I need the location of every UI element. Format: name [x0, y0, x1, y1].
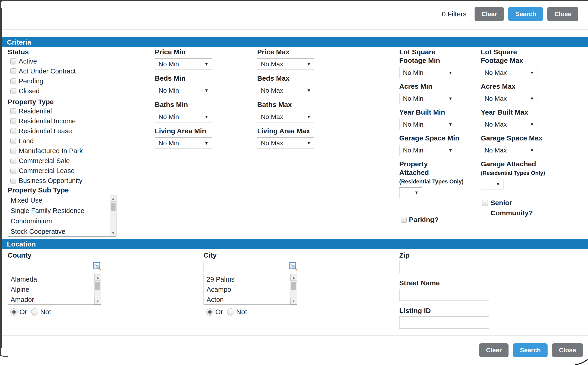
property-type-commercial-lease[interactable]: Commercial Lease [8, 166, 142, 176]
commercial-sale-checkbox[interactable] [10, 158, 16, 164]
street-name-input[interactable] [399, 289, 489, 301]
scroll-down-icon[interactable]: ▼ [94, 298, 101, 304]
closed-checkbox[interactable] [10, 88, 16, 94]
county-not-radio[interactable] [31, 309, 38, 316]
scroll-up-icon[interactable]: ▲ [290, 274, 297, 281]
living-area-max-select[interactable]: No Max ▼ [257, 137, 314, 149]
land-checkbox[interactable] [10, 138, 16, 144]
baths-min-select[interactable]: No Min ▼ [155, 111, 212, 122]
property-sub-type-listbox[interactable]: Mixed Use Single Family Residence Condom… [8, 195, 116, 237]
property-attached-label: Property Attached [399, 160, 445, 177]
list-item[interactable]: 29 Palms [204, 274, 297, 284]
property-type-manufactured-in-park[interactable]: Manufactured In Park [8, 146, 142, 156]
scrollbar[interactable]: ▲ ▼ [290, 274, 297, 304]
active-checkbox[interactable] [10, 58, 16, 64]
parking-checkbox[interactable] [401, 217, 407, 223]
scroll-thumb[interactable] [291, 282, 296, 290]
status-option-pending[interactable]: Pending [8, 76, 142, 86]
garage-space-max-select[interactable]: No Max ▼ [481, 145, 537, 156]
residential-income-checkbox[interactable] [10, 118, 16, 124]
scroll-thumb[interactable] [95, 282, 100, 290]
status-option-act-under-contract[interactable]: Act Under Contract [8, 66, 142, 76]
list-item[interactable]: Stock Cooperative [8, 226, 116, 237]
city-input[interactable] [203, 261, 288, 273]
beds-min-select[interactable]: No Min ▼ [155, 85, 212, 96]
status-option-closed[interactable]: Closed [8, 86, 142, 96]
price-max-select[interactable]: No Max ▼ [257, 58, 314, 70]
lookup-icon[interactable] [93, 262, 102, 271]
scroll-up-icon[interactable]: ▲ [110, 195, 116, 202]
pending-checkbox[interactable] [10, 78, 16, 84]
scrollbar[interactable]: ▲ ▼ [110, 195, 116, 236]
senior-community-checkbox[interactable] [482, 200, 488, 206]
price-min-select[interactable]: No Min ▼ [155, 58, 212, 70]
property-attached-select[interactable]: ▼ [399, 187, 422, 198]
list-item[interactable]: Alpine [8, 284, 101, 295]
zip-input[interactable] [399, 261, 489, 273]
commercial-lease-checkbox[interactable] [10, 168, 16, 174]
city-or-not-radios: Or Not [203, 308, 308, 316]
garage-attached-select[interactable]: ▼ [481, 179, 504, 190]
property-type-residential-lease[interactable]: Residential Lease [8, 126, 142, 136]
acres-max-select[interactable]: No Max ▼ [481, 93, 537, 104]
search-button-bottom[interactable]: Search [513, 343, 547, 357]
scrollbar[interactable]: ▲ ▼ [94, 274, 101, 304]
baths-min-label: Baths Min [155, 100, 215, 109]
scroll-down-icon[interactable]: ▼ [110, 230, 116, 236]
caret-down-icon: ▼ [448, 122, 453, 127]
list-item[interactable]: Mixed Use [8, 195, 116, 206]
property-type-land[interactable]: Land [8, 136, 142, 146]
search-filter-modal: 0 Filters Clear Search Close Criteria St… [0, 0, 588, 365]
scroll-down-icon[interactable]: ▼ [290, 298, 297, 304]
city-not-radio[interactable] [227, 309, 234, 316]
top-action-bar: 0 Filters Clear Search Close [442, 7, 578, 21]
garage-space-min-select[interactable]: No Min ▼ [399, 145, 456, 156]
county-listbox[interactable]: Alameda Alpine Amador ▲ ▼ [8, 274, 101, 305]
property-type-commercial-sale[interactable]: Commercial Sale [8, 156, 142, 166]
caret-down-icon: ▼ [414, 190, 419, 195]
city-or-radio[interactable] [206, 309, 213, 316]
list-item[interactable]: Amador [8, 295, 101, 305]
list-item[interactable]: Acampo [204, 284, 297, 295]
beds-max-select[interactable]: No Max ▼ [257, 85, 314, 96]
business-opportunity-checkbox[interactable] [10, 178, 16, 184]
parking-option[interactable]: Parking? [399, 215, 478, 225]
baths-max-label: Baths Max [257, 100, 317, 109]
caret-down-icon: ▼ [307, 141, 311, 146]
search-button-top[interactable]: Search [508, 7, 543, 21]
scroll-up-icon[interactable]: ▲ [94, 274, 101, 281]
list-item[interactable]: Acton [204, 295, 297, 305]
status-option-active[interactable]: Active [8, 56, 142, 66]
caret-down-icon: ▼ [204, 114, 209, 119]
acres-min-select[interactable]: No Min ▼ [399, 93, 456, 104]
city-group: City 29 Palms Acampo Acton ▲ ▼ Or Not [203, 251, 308, 316]
close-button-bottom[interactable]: Close [552, 343, 583, 357]
living-area-min-select[interactable]: No Min ▼ [155, 137, 212, 149]
senior-community-option[interactable]: Senior Community? [481, 198, 560, 218]
lot-square-footage-max-select[interactable]: No Max ▼ [481, 67, 537, 78]
list-item[interactable]: Single Family Residence [8, 206, 116, 216]
year-built-max-select[interactable]: No Max ▼ [481, 119, 537, 130]
scroll-thumb[interactable] [111, 203, 116, 211]
act-under-contract-checkbox[interactable] [10, 68, 16, 74]
baths-max-select[interactable]: No Max ▼ [257, 111, 314, 122]
year-built-min-select[interactable]: No Min ▼ [399, 119, 456, 130]
listing-id-label: Listing ID [399, 306, 492, 315]
residential-checkbox[interactable] [10, 108, 16, 114]
property-type-residential[interactable]: Residential [8, 106, 142, 116]
listing-id-input[interactable] [399, 316, 489, 329]
manufactured-in-park-checkbox[interactable] [10, 148, 16, 154]
list-item[interactable]: Alameda [8, 274, 101, 284]
close-button-top[interactable]: Close [547, 7, 578, 21]
lookup-icon[interactable] [289, 262, 298, 271]
lot-square-footage-min-select[interactable]: No Min ▼ [399, 67, 456, 78]
city-listbox[interactable]: 29 Palms Acampo Acton ▲ ▼ [203, 274, 297, 305]
county-input[interactable] [8, 261, 92, 273]
property-type-residential-income[interactable]: Residential Income [8, 116, 142, 126]
list-item[interactable]: Condominium [8, 216, 116, 226]
county-or-radio[interactable] [10, 309, 18, 316]
property-type-business-opportunity[interactable]: Business Opportunity [8, 176, 142, 186]
clear-button-top[interactable]: Clear [475, 7, 504, 21]
clear-button-bottom[interactable]: Clear [479, 343, 509, 357]
residential-lease-checkbox[interactable] [10, 128, 16, 134]
